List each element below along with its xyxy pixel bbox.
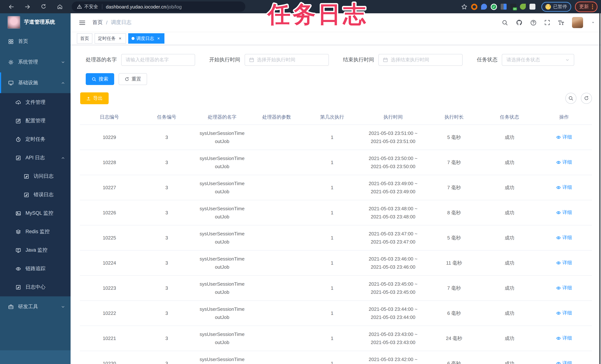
sidebar-item[interactable]: 访问日志	[0, 167, 70, 185]
handler-name-input[interactable]: 请输入处理器的名字	[121, 54, 195, 66]
cell-action: 详细	[536, 326, 592, 351]
toggle-search-button[interactable]	[565, 93, 576, 104]
detail-link[interactable]: 详细	[556, 184, 572, 191]
sidebar-item[interactable]: 定时任务	[0, 130, 70, 149]
sidebar-item[interactable]: Java 监控	[0, 241, 70, 259]
kebab-menu-icon[interactable]	[592, 4, 593, 9]
user-avatar[interactable]	[572, 17, 583, 28]
detail-link[interactable]: 详细	[556, 335, 572, 342]
paused-extension-badge[interactable]: 已暂停	[541, 2, 571, 12]
url-bar[interactable]: 不安全 dashboard.yudao.iocoder.cn/job/log	[72, 1, 245, 12]
cell-action: 详细	[536, 200, 592, 225]
job-status-select[interactable]: 请选择任务状态	[502, 54, 574, 66]
active-dot-icon	[131, 37, 134, 40]
table-row: 102283sysUserSessionTimeoutJob12021-05-0…	[80, 150, 592, 175]
refresh-table-button[interactable]	[581, 93, 592, 104]
sidebar-item[interactable]: 日志中心	[0, 278, 70, 296]
detail-link[interactable]: 详细	[556, 260, 572, 266]
execute-time-range: 2021-05-03 23:42:00 ~2021-05-03 23:42:00	[361, 355, 425, 364]
hamburger-icon[interactable]	[79, 19, 86, 26]
close-icon[interactable]: ×	[118, 36, 123, 41]
cell-action: 详细	[536, 175, 592, 200]
leaf-extension-icon[interactable]	[520, 4, 526, 10]
cell-duration: 8 毫秒	[425, 200, 483, 225]
close-icon[interactable]: ×	[156, 36, 161, 41]
github-icon[interactable]	[516, 19, 522, 26]
browser-forward-icon[interactable]	[23, 2, 32, 11]
chevron-up-icon	[60, 80, 65, 85]
reset-button[interactable]: 重置	[119, 73, 147, 85]
font-size-icon[interactable]	[558, 20, 564, 26]
table-body: 102293sysUserSessionTimeoutJob12021-05-0…	[80, 125, 592, 364]
chevron-down-icon[interactable]	[591, 20, 595, 25]
sidebar-item[interactable]: 首页	[0, 31, 70, 52]
detail-link[interactable]: 详细	[556, 360, 572, 364]
sidebar: 芋道管理系统 首页系统管理基础设施文件管理配置管理定时任务API 日志访问日志错…	[0, 13, 70, 364]
browser-back-icon[interactable]	[7, 2, 16, 11]
search-icon[interactable]	[501, 20, 508, 26]
sidebar-item[interactable]: 研发工具	[0, 296, 70, 317]
fullscreen-icon[interactable]	[544, 20, 550, 26]
check-extension-icon[interactable]: ✓	[491, 3, 497, 10]
tag-item[interactable]: 定时任务×	[95, 33, 126, 44]
cell-execute-time: 2021-05-03 23:44:00 ~2021-05-03 23:44:00	[361, 301, 425, 326]
help-icon[interactable]	[530, 20, 536, 26]
cell-handler-param	[250, 301, 303, 326]
log-icon	[24, 192, 29, 198]
sidebar-item[interactable]: 文件管理	[0, 93, 70, 111]
sidebar-item[interactable]: 链路追踪	[0, 259, 70, 278]
grid-extension-icon[interactable]	[501, 4, 507, 10]
cell-execute-time: 2021-05-03 23:48:00 ~2021-05-03 23:48:00	[361, 200, 425, 225]
detail-link[interactable]: 详细	[556, 159, 572, 166]
detail-link[interactable]: 详细	[556, 285, 572, 291]
sidebar-item[interactable]: 基础设施	[0, 72, 70, 93]
drop-extension-icon[interactable]	[481, 4, 487, 10]
cell-log-id: 10223	[80, 275, 139, 301]
eye-icon	[556, 311, 561, 316]
cell-log-id: 10224	[80, 250, 139, 275]
app-logo-row[interactable]: 芋道管理系统	[0, 13, 70, 31]
cell-handler-name: sysUserSessionTimeoutJob	[194, 125, 250, 150]
sidebar-item[interactable]: 错误日志	[0, 185, 70, 204]
table-header-cell: 任务状态	[483, 110, 536, 125]
sidebar-collapse-strip[interactable]	[0, 350, 70, 364]
detail-link[interactable]: 详细	[556, 134, 572, 141]
switch-on-extension-icon[interactable]	[510, 4, 516, 10]
cell-duration: 7 毫秒	[425, 175, 483, 200]
puzzle-extensions-icon[interactable]	[530, 4, 535, 10]
browser-scrollbar[interactable]	[599, 13, 600, 364]
execute-time-range: 2021-05-03 23:48:00 ~2021-05-03 23:48:00	[361, 204, 425, 221]
execute-time-range: 2021-05-03 23:46:00 ~2021-05-03 23:46:00	[361, 255, 425, 271]
sidebar-item[interactable]: Redis 监控	[0, 222, 70, 241]
image-icon	[16, 211, 21, 216]
end-time-placeholder: 选择结束执行时间	[391, 57, 429, 63]
browser-update-button[interactable]: 更新	[575, 1, 597, 12]
breadcrumb-home[interactable]: 首页	[92, 19, 103, 26]
tag-item[interactable]: 首页	[77, 33, 92, 44]
export-button[interactable]: 导出	[80, 92, 109, 104]
sidebar-item[interactable]: 配置管理	[0, 111, 70, 130]
browser-chrome: 不安全 dashboard.yudao.iocoder.cn/job/log ✓…	[0, 0, 601, 13]
sidebar-item[interactable]: API 日志	[0, 149, 70, 167]
detail-link[interactable]: 详细	[556, 209, 572, 216]
sidebar-item[interactable]: MySQL 监控	[0, 204, 70, 222]
tag-active[interactable]: 调度日志×	[128, 33, 164, 44]
begin-time-picker[interactable]: 选择开始执行时间	[245, 54, 329, 66]
cell-handler-name: sysUserSessionTimeoutJob	[194, 326, 250, 351]
cell-job-id: 3	[139, 351, 194, 364]
end-time-picker[interactable]: 选择结束执行时间	[379, 54, 463, 66]
execute-time-range: 2021-05-03 23:50:00 ~2021-05-03 23:50:00	[361, 154, 425, 171]
detail-link[interactable]: 详细	[556, 310, 572, 316]
detail-link[interactable]: 详细	[556, 234, 572, 241]
not-secure-warning-icon	[77, 4, 82, 9]
edit-icon	[16, 118, 21, 124]
table-header-cell: 日志编号	[80, 110, 139, 125]
cell-execute-time: 2021-05-03 23:47:00 ~2021-05-03 23:47:00	[361, 225, 425, 250]
sidebar-item[interactable]: 系统管理	[0, 52, 70, 72]
cell-execute-index: 1	[303, 175, 361, 200]
adblock-extension-icon[interactable]	[471, 3, 477, 10]
search-button[interactable]: 搜索	[86, 73, 114, 85]
bookmark-star-icon[interactable]	[461, 3, 467, 10]
browser-reload-icon[interactable]	[39, 2, 48, 11]
browser-home-icon[interactable]	[55, 2, 64, 11]
